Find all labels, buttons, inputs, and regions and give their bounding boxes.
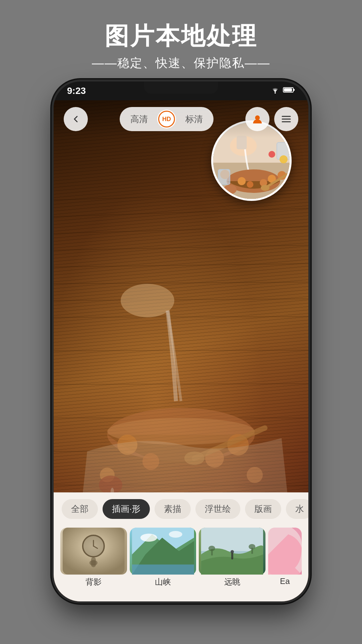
gallery-label-yuantiao: 远眺 bbox=[199, 577, 265, 587]
svg-line-13 bbox=[54, 384, 308, 384]
filter-gallery: 背影 bbox=[54, 524, 308, 601]
gallery-preview-yuantiao bbox=[199, 528, 265, 575]
hd-quality-label[interactable]: 高清 bbox=[126, 112, 152, 126]
svg-rect-3 bbox=[293, 89, 295, 91]
gallery-item-ea[interactable]: Ea bbox=[268, 528, 302, 588]
svg-line-7 bbox=[54, 245, 308, 250]
filter-tab-illustration[interactable]: 插画·形 bbox=[103, 499, 150, 519]
page-title: 图片本地处理 bbox=[92, 20, 270, 52]
status-icons bbox=[270, 86, 295, 96]
svg-point-77 bbox=[231, 550, 234, 553]
svg-point-44 bbox=[238, 177, 246, 185]
page-header: 图片本地处理 ——稳定、快速、保护隐私—— bbox=[92, 20, 270, 71]
svg-rect-2 bbox=[284, 88, 292, 92]
gallery-item-yuantiao[interactable]: 远眺 bbox=[199, 528, 265, 588]
filter-tabs: 全部 插画·形 素描 浮世绘 版画 水 bbox=[54, 492, 308, 524]
svg-point-35 bbox=[255, 115, 260, 120]
svg-line-12 bbox=[54, 350, 308, 351]
gallery-label-beiying: 背影 bbox=[60, 577, 127, 587]
gallery-preview-shanxia bbox=[130, 528, 196, 575]
gallery-label-shanxia: 山峡 bbox=[130, 577, 196, 587]
gallery-preview-beiying bbox=[60, 528, 127, 575]
screen-content: 高清 HD 标清 bbox=[54, 100, 308, 601]
filter-tab-water[interactable]: 水 bbox=[286, 499, 308, 519]
status-time: 9:23 bbox=[67, 86, 86, 96]
toolbar-left bbox=[64, 107, 88, 131]
svg-line-10 bbox=[54, 299, 308, 301]
svg-point-0 bbox=[275, 92, 276, 94]
quality-selector[interactable]: 高清 HD 标清 bbox=[120, 107, 214, 131]
svg-point-56 bbox=[280, 155, 288, 163]
toolbar-right bbox=[245, 107, 298, 131]
svg-line-5 bbox=[54, 208, 308, 217]
shanxia-svg bbox=[130, 528, 196, 575]
yuantiao-svg bbox=[199, 528, 265, 575]
svg-line-9 bbox=[54, 282, 308, 284]
svg-point-50 bbox=[282, 181, 289, 188]
battery-icon bbox=[283, 87, 295, 95]
phone-frame: 9:23 bbox=[54, 82, 308, 601]
svg-point-55 bbox=[268, 151, 275, 158]
gallery-item-beiying[interactable]: 背影 bbox=[60, 528, 127, 588]
svg-point-71 bbox=[140, 534, 157, 542]
svg-point-45 bbox=[247, 181, 253, 188]
svg-point-81 bbox=[249, 544, 255, 549]
filter-section: 全部 插画·形 素描 浮世绘 版画 水 bbox=[54, 492, 308, 601]
filter-tab-sketch[interactable]: 素描 bbox=[155, 499, 191, 519]
page-subtitle: ——稳定、快速、保护隐私—— bbox=[92, 55, 270, 71]
hd-badge: HD bbox=[157, 110, 176, 128]
phone-notch bbox=[144, 82, 218, 94]
gallery-item-shanxia[interactable]: 山峡 bbox=[130, 528, 196, 588]
wifi-icon bbox=[270, 86, 280, 96]
back-button[interactable] bbox=[64, 107, 88, 131]
svg-line-11 bbox=[54, 317, 308, 317]
svg-rect-76 bbox=[231, 553, 233, 559]
filter-tab-print[interactable]: 版画 bbox=[245, 499, 281, 519]
main-image: 高清 HD 标清 bbox=[54, 100, 308, 601]
gallery-label-ea: Ea bbox=[268, 577, 302, 586]
svg-rect-66 bbox=[91, 557, 96, 567]
svg-line-8 bbox=[54, 264, 308, 267]
svg-rect-73 bbox=[132, 565, 194, 575]
svg-rect-42 bbox=[237, 136, 247, 149]
svg-point-72 bbox=[169, 531, 182, 538]
svg-point-52 bbox=[261, 185, 269, 191]
svg-line-6 bbox=[54, 227, 308, 233]
svg-rect-53 bbox=[218, 169, 230, 184]
gallery-preview-ea bbox=[268, 528, 302, 575]
beiying-svg bbox=[60, 528, 127, 575]
svg-point-79 bbox=[208, 546, 215, 551]
filter-tab-ukiyo[interactable]: 浮世绘 bbox=[195, 499, 240, 519]
hd-badge-text: HD bbox=[158, 111, 175, 127]
sd-quality-label[interactable]: 标清 bbox=[181, 112, 207, 126]
menu-button[interactable] bbox=[274, 107, 298, 131]
filter-tab-all[interactable]: 全部 bbox=[62, 499, 98, 519]
ea-svg bbox=[268, 528, 302, 575]
svg-point-51 bbox=[223, 185, 237, 194]
toolbar: 高清 HD 标清 bbox=[54, 100, 308, 138]
user-icon-button[interactable] bbox=[245, 107, 269, 131]
